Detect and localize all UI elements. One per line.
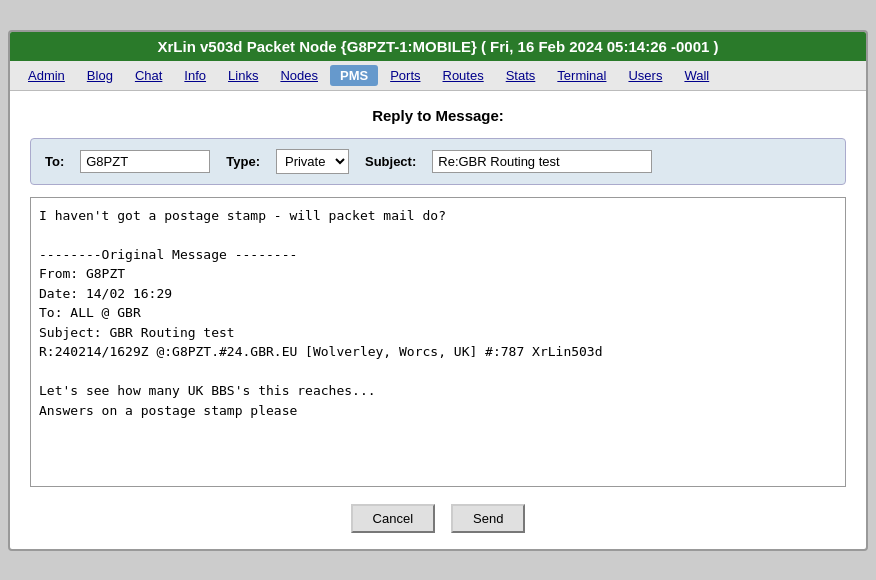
nav-item-admin[interactable]: Admin [18,65,75,86]
subject-label: Subject: [365,154,416,169]
message-textarea[interactable] [30,197,846,487]
nav-item-info[interactable]: Info [174,65,216,86]
nav-bar: AdminBlogChatInfoLinksNodesPMSPortsRoute… [10,61,866,91]
nav-item-stats[interactable]: Stats [496,65,546,86]
to-input[interactable] [80,150,210,173]
nav-item-links[interactable]: Links [218,65,268,86]
subject-input[interactable] [432,150,652,173]
nav-item-wall[interactable]: Wall [674,65,719,86]
send-button[interactable]: Send [451,504,525,533]
button-row: Cancel Send [30,504,846,533]
type-select[interactable]: Private Bulletin NTS [276,149,349,174]
cancel-button[interactable]: Cancel [351,504,435,533]
main-window: XrLin v503d Packet Node {G8PZT-1:MOBILE}… [8,30,868,551]
nav-item-ports[interactable]: Ports [380,65,430,86]
nav-item-chat[interactable]: Chat [125,65,172,86]
nav-item-users[interactable]: Users [618,65,672,86]
nav-item-pms[interactable]: PMS [330,65,378,86]
nav-item-nodes[interactable]: Nodes [270,65,328,86]
page-content: Reply to Message: To: Type: Private Bull… [10,91,866,549]
form-row: To: Type: Private Bulletin NTS Subject: [30,138,846,185]
page-title: Reply to Message: [30,107,846,124]
nav-item-terminal[interactable]: Terminal [547,65,616,86]
type-label: Type: [226,154,260,169]
title-bar: XrLin v503d Packet Node {G8PZT-1:MOBILE}… [10,32,866,61]
to-label: To: [45,154,64,169]
nav-item-blog[interactable]: Blog [77,65,123,86]
title-bar-text: XrLin v503d Packet Node {G8PZT-1:MOBILE}… [157,38,718,55]
nav-item-routes[interactable]: Routes [433,65,494,86]
